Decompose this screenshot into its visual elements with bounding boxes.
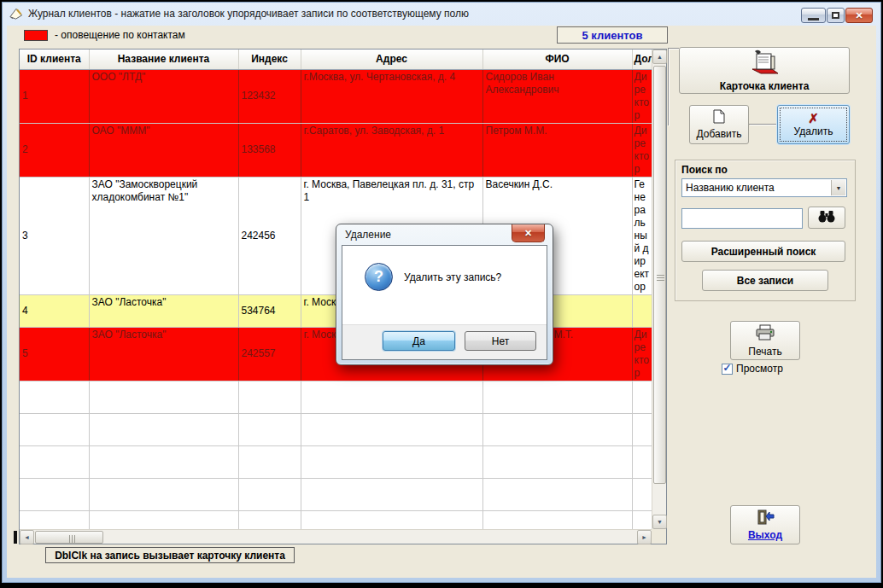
advanced-search-button[interactable]: Расширенный поиск	[681, 241, 845, 262]
cell-name: ЗАО "Замоскворецкий хладокомбинат №1"	[89, 177, 238, 294]
table-row[interactable]: 2 ОАО "МММ" 133568 г.Саратов, ул. Заводс…	[20, 123, 652, 177]
empty-cell	[482, 478, 632, 510]
minimize-button[interactable]	[801, 8, 826, 23]
maximize-button[interactable]	[827, 8, 845, 23]
client-card-label: Карточка клиента	[720, 80, 810, 92]
table-row[interactable]: 1 ООО "ЛТД" 123432 г.Москва, ул. Чертано…	[20, 69, 652, 123]
find-button[interactable]	[808, 207, 845, 229]
exit-label: Выход	[748, 529, 782, 541]
cell-position	[632, 294, 652, 327]
print-label: Печать	[748, 346, 781, 358]
cell-id: 3	[20, 177, 89, 294]
delete-x-icon: ✗	[808, 113, 819, 125]
cell-position: Генеральный директор	[632, 177, 652, 294]
add-button[interactable]: Добавить	[689, 105, 749, 144]
empty-cell	[238, 478, 301, 510]
thumb-grip-icon	[657, 275, 664, 281]
no-button[interactable]: Нет	[465, 331, 536, 351]
exit-button[interactable]: Выход	[730, 505, 800, 544]
dialog-body: ? Удалить эту запись? Да Нет	[342, 245, 547, 360]
vertical-scroll-thumb[interactable]	[653, 66, 666, 484]
search-group-label: Поиск по	[681, 164, 728, 176]
cell-position: Директор	[632, 327, 652, 381]
header-address[interactable]: Адрес	[301, 49, 482, 69]
empty-cell	[238, 413, 301, 445]
empty-cell	[482, 445, 632, 478]
scroll-down-button[interactable]: ▼	[652, 515, 667, 529]
header-index[interactable]: Индекс	[238, 49, 301, 69]
scroll-up-button[interactable]: ▲	[652, 49, 667, 64]
yes-button[interactable]: Да	[383, 331, 455, 351]
cell-id: 2	[20, 123, 89, 177]
header-fio[interactable]: ФИО	[482, 49, 632, 69]
cell-index: 534764	[238, 294, 301, 327]
scrollbar-corner	[652, 529, 666, 544]
empty-cell	[238, 445, 301, 478]
empty-cell	[89, 413, 238, 445]
all-records-button[interactable]: Все записи	[702, 270, 828, 291]
preview-checkbox-row[interactable]: ✓ Просмотр	[722, 363, 783, 375]
header-id[interactable]: ID клиента	[20, 49, 89, 69]
search-field-combobox[interactable]: Названию клиента ▼	[681, 178, 847, 197]
search-input[interactable]	[681, 208, 803, 229]
empty-cell	[632, 478, 652, 510]
table-row-empty	[20, 381, 652, 413]
dialog-close-button[interactable]: ✕	[512, 224, 545, 242]
bevel-line-top	[668, 48, 679, 49]
horizontal-scrollbar[interactable]: ◄ ►	[20, 529, 652, 544]
up-arrow-icon: ▲	[657, 54, 663, 60]
card-file-icon	[748, 49, 781, 78]
empty-cell	[482, 413, 632, 445]
binoculars-icon	[817, 210, 836, 225]
vertical-scrollbar[interactable]: ▲ ▼	[652, 49, 666, 529]
add-label: Добавить	[696, 128, 741, 140]
cell-id: 1	[20, 69, 89, 123]
empty-cell	[482, 510, 632, 529]
client-card-button[interactable]: Карточка клиента	[679, 47, 850, 94]
left-arrow-icon: ◄	[24, 534, 30, 540]
all-records-label: Все записи	[737, 275, 794, 287]
empty-cell	[238, 381, 301, 413]
dialog-message: Удалить эту запись?	[404, 271, 501, 283]
cell-address: г.Саратов, ул. Заводская, д. 1	[301, 123, 482, 177]
cell-position: Директор	[632, 123, 652, 177]
header-name[interactable]: Название клиента	[89, 49, 238, 69]
scroll-right-button[interactable]: ►	[637, 530, 652, 544]
empty-cell	[301, 413, 482, 445]
print-button[interactable]: Печать	[730, 321, 800, 360]
horizontal-scroll-thumb[interactable]	[35, 531, 103, 544]
cell-fio: Сидоров Иван Александрович	[482, 69, 632, 123]
empty-cell	[482, 381, 632, 413]
delete-confirmation-dialog: Удаление ✕ ? Удалить эту запись? Да Нет	[336, 224, 553, 365]
table-row-empty	[20, 445, 652, 478]
empty-cell	[89, 381, 238, 413]
close-button[interactable]: ✕	[845, 8, 873, 23]
window-title: Журнал клиентов - нажатие на заголовок у…	[28, 8, 469, 20]
alert-color-swatch	[24, 30, 48, 41]
cell-name: ООО "ЛТД"	[89, 69, 238, 123]
empty-cell	[632, 510, 652, 529]
header-position[interactable]: Должность	[632, 49, 652, 69]
empty-cell	[20, 478, 89, 510]
cell-position: Директор	[632, 69, 652, 123]
exit-door-icon	[756, 509, 775, 527]
empty-cell	[20, 510, 89, 529]
down-arrow-icon: ▼	[657, 519, 663, 525]
client-count-badge: 5 клиентов	[557, 26, 668, 44]
dialog-title: Удаление	[345, 229, 391, 241]
cell-index: 242456	[238, 177, 301, 294]
status-hint: DblClk на запись вызывает карточку клиен…	[45, 547, 295, 563]
preview-checkbox[interactable]: ✓	[722, 364, 733, 375]
empty-cell	[301, 478, 482, 510]
delete-button[interactable]: ✗ Удалить	[777, 105, 850, 144]
empty-cell	[20, 413, 89, 445]
cell-index: 133568	[238, 123, 301, 177]
cell-name: ЗАО "Ласточка"	[89, 327, 238, 381]
window-titlebar[interactable]: Журнал клиентов - нажатие на заголовок у…	[2, 2, 881, 26]
empty-cell	[632, 445, 652, 478]
empty-cell	[20, 445, 89, 478]
scroll-left-button[interactable]: ◄	[20, 530, 34, 544]
cell-fio: Петром М.М.	[482, 123, 632, 177]
cell-index: 242557	[238, 327, 301, 381]
chevron-down-icon[interactable]: ▼	[831, 180, 845, 195]
